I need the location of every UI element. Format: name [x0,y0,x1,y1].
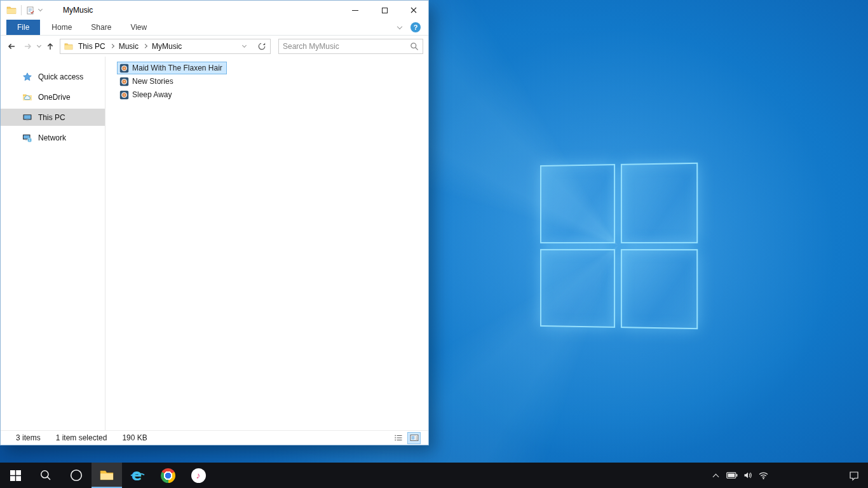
address-folder-icon [64,42,73,51]
logo-pane-bottom-left [540,248,615,327]
taskbar-file-explorer-button[interactable] [92,463,122,488]
network-icon [22,133,32,143]
battery-tray-button[interactable] [724,463,740,488]
taskbar-search-button[interactable] [31,463,61,488]
logo-pane-bottom-right [620,249,698,330]
window-controls [341,1,428,20]
tab-home[interactable]: Home [42,20,81,35]
music-file-icon [119,77,129,86]
large-icons-view-button[interactable] [407,432,421,444]
tab-file[interactable]: File [6,20,40,35]
status-selected-count: 1 item selected [56,433,107,442]
show-hidden-icons-button[interactable] [708,463,724,488]
breadcrumb-music[interactable]: Music [118,42,140,51]
file-list[interactable]: Maid With The Flaxen Hair New Stories Sl… [105,57,428,430]
cortana-button[interactable] [61,463,92,488]
action-center-button[interactable] [840,463,868,488]
file-item-sleep-away[interactable]: Sleep Away [117,88,177,101]
explorer-main: Quick access OneDrive This PC Network [1,57,428,430]
file-name: Sleep Away [132,90,172,99]
search-icon [39,469,52,482]
this-pc-icon [22,112,32,123]
toolbar-separator [21,5,22,15]
action-center-icon [848,470,860,481]
status-selected-size: 190 KB [122,433,147,442]
sidebar-item-network[interactable]: Network [1,129,105,146]
music-file-icon [119,90,129,100]
help-button[interactable]: ? [410,22,421,32]
address-row: This PC Music MyMusic [1,36,428,57]
window-folder-icon [6,5,17,15]
recent-locations-chevron-icon[interactable] [37,43,41,47]
internet-explorer-button[interactable]: e [122,463,153,488]
tab-share[interactable]: Share [81,20,121,35]
breadcrumb-mymusic[interactable]: MyMusic [151,42,183,51]
breadcrumb-separator-icon[interactable] [110,44,114,48]
forward-arrow-icon [22,41,34,52]
chrome-icon [161,468,175,483]
breadcrumb-this-pc[interactable]: This PC [77,42,107,51]
status-item-count: 3 items [16,433,41,442]
chrome-button[interactable] [153,463,183,488]
navigation-pane: Quick access OneDrive This PC Network [1,57,105,430]
details-view-button[interactable] [391,432,405,444]
tray-spacer [771,463,840,488]
sidebar-item-this-pc[interactable]: This PC [1,109,105,126]
refresh-icon [257,42,266,51]
onedrive-cloud-icon [22,92,32,102]
up-button[interactable] [43,39,57,53]
quick-access-star-icon [22,72,32,82]
file-explorer-icon [99,468,114,483]
volume-tray-button[interactable] [740,463,756,488]
maximize-icon [382,8,388,13]
start-button[interactable] [0,463,31,488]
svg-text:e: e [132,467,142,484]
breadcrumb-separator-icon[interactable] [143,44,147,48]
minimize-button[interactable] [341,1,370,20]
file-explorer-window: MyMusic File Home Share View ? [0,0,429,445]
maximize-button[interactable] [370,1,399,20]
sidebar-item-label: OneDrive [38,93,71,102]
windows-wallpaper-logo [540,163,698,329]
file-name: New Stories [132,77,173,86]
qat-customize-chevron-icon[interactable] [38,7,43,11]
sidebar-item-label: Quick access [38,72,83,81]
logo-pane-top-left [540,164,615,243]
cortana-icon [69,468,83,482]
forward-button[interactable] [21,39,35,53]
taskbar: e ♪ [0,463,868,488]
qat-properties-icon[interactable] [26,6,34,15]
refresh-button[interactable] [255,39,269,53]
view-toggle-buttons [391,432,421,444]
titlebar[interactable]: MyMusic [1,1,428,20]
details-view-icon [393,433,403,443]
network-tray-button[interactable] [756,463,771,488]
search-input[interactable] [283,42,410,51]
sidebar-item-label: Network [38,133,66,142]
system-tray [708,463,868,488]
sidebar-item-onedrive[interactable]: OneDrive [1,88,105,105]
ribbon-tab-strip: File Home Share View ? [1,20,428,36]
search-icon[interactable] [410,42,419,51]
sidebar-item-label: This PC [38,113,65,122]
battery-icon [726,471,738,479]
tab-view[interactable]: View [121,20,156,35]
ribbon-expand-chevron-icon[interactable] [397,24,402,29]
file-item-maid-with-the-flaxen-hair[interactable]: Maid With The Flaxen Hair [117,62,227,74]
up-arrow-icon [44,41,56,52]
address-bar[interactable]: This PC Music MyMusic [60,39,271,54]
itunes-button[interactable]: ♪ [183,463,214,488]
large-icons-view-icon [409,433,419,443]
wifi-icon [758,470,769,480]
file-item-new-stories[interactable]: New Stories [117,75,178,88]
address-dropdown-chevron-icon[interactable] [242,43,247,47]
windows-logo-icon [10,470,21,481]
search-box [278,39,423,54]
window-title: MyMusic [63,6,93,15]
itunes-music-note-icon: ♪ [191,468,206,483]
sidebar-item-quick-access[interactable]: Quick access [1,68,105,85]
back-button[interactable] [4,39,18,53]
quick-access-toolbar: MyMusic [1,5,341,15]
back-arrow-icon [6,41,17,52]
close-button[interactable] [399,1,428,20]
